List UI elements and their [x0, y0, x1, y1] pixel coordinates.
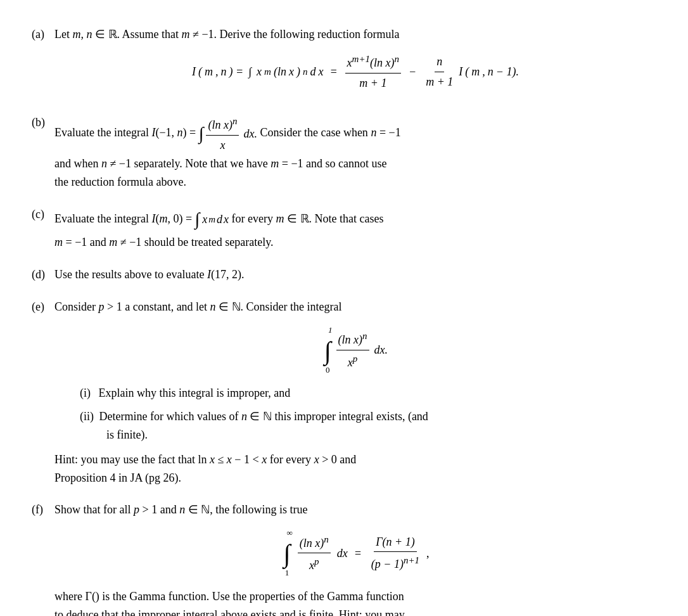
- formula-f: ∞ ∫ 1 (ln x)n xp dx = Γ(n + 1) (p − 1)n+…: [54, 527, 656, 580]
- hint-e: Hint: you may use the fact that ln x ≤ x…: [54, 451, 656, 487]
- problem-b: (b) Evaluate the integral I(−1, n) = ∫ (…: [32, 113, 656, 191]
- formula-e: 1 ∫ 0 (ln x)n xp dx.: [54, 324, 656, 377]
- label-e-i: (i): [80, 387, 91, 399]
- text-c3: m = −1 and m ≠ −1 should be treated sepa…: [54, 236, 274, 248]
- text-e-i: Explain why this integral is improper, a…: [99, 387, 291, 399]
- text-c1: Evaluate the integral I(m, 0) =: [54, 212, 195, 224]
- problem-a: (a) Let m, n ∈ ℝ. Assume that m ≠ −1. De…: [32, 25, 656, 99]
- hint-text-e2: Proposition 4 in JA (pg 26).: [54, 472, 181, 484]
- label-e: (e): [32, 298, 54, 316]
- text-e1: Consider p > 1 a constant, and let n ∈ ℕ…: [54, 300, 342, 313]
- text-f1: Show that for all p > 1 and n ∈ ℕ, the f…: [54, 503, 308, 516]
- content-d: Use the results above to evaluate I(17, …: [54, 266, 656, 284]
- label-b: (b): [32, 113, 54, 132]
- hint-text-e: Hint: you may use the fact that ln x ≤ x…: [54, 453, 356, 466]
- text-b2: Consider the case when n = −1: [260, 127, 400, 139]
- content-a: Let m, n ∈ ℝ. Assume that m ≠ −1. Derive…: [54, 25, 656, 99]
- label-f: (f): [32, 501, 54, 519]
- content-b: Evaluate the integral I(−1, n) = ∫ (ln x…: [54, 113, 656, 191]
- problem-f: (f) Show that for all p > 1 and n ∈ ℕ, t…: [32, 501, 656, 616]
- text-a1: Let m, n ∈ ℝ. Assume that m ≠ −1. Derive…: [54, 28, 399, 41]
- text-b4: the reduction formula above.: [54, 176, 186, 188]
- text-b3: and when n ≠ −1 separately. Note that we…: [54, 157, 387, 170]
- sub-e-i: (i) Explain why this integral is imprope…: [80, 384, 656, 402]
- label-e-ii: (ii): [80, 410, 94, 423]
- label-c: (c): [32, 205, 54, 224]
- text-e-ii2: is finite).: [106, 428, 148, 441]
- text-d: Use the results above to evaluate I(17, …: [54, 268, 244, 281]
- sub-e-ii: (ii) Determine for which values of n ∈ ℕ…: [80, 407, 656, 444]
- text-c2: for every m ∈ ℝ. Note that cases: [232, 212, 384, 224]
- problem-d: (d) Use the results above to evaluate I(…: [32, 266, 656, 284]
- content-c: Evaluate the integral I(m, 0) = ∫ xm dx …: [54, 205, 656, 252]
- text-e-ii: Determine for which values of n ∈ ℕ this…: [99, 410, 428, 423]
- text-f3: to deduce that the improper integral abo…: [54, 608, 405, 616]
- text-f2: where Γ() is the Gamma function. Use the…: [54, 590, 404, 603]
- label-a: (a): [32, 25, 54, 44]
- label-d: (d): [32, 266, 54, 284]
- text-b1: Evaluate the integral I(−1, n) =: [54, 127, 199, 139]
- content-f: Show that for all p > 1 and n ∈ ℕ, the f…: [54, 501, 656, 616]
- formula-a: I(m, n) = ∫ xm(ln x)n dx = xm+1(ln x)n m…: [54, 51, 656, 93]
- problem-e: (e) Consider p > 1 a constant, and let n…: [32, 298, 656, 487]
- content-e: Consider p > 1 a constant, and let n ∈ ℕ…: [54, 298, 656, 487]
- problem-c: (c) Evaluate the integral I(m, 0) = ∫ xm…: [32, 205, 656, 252]
